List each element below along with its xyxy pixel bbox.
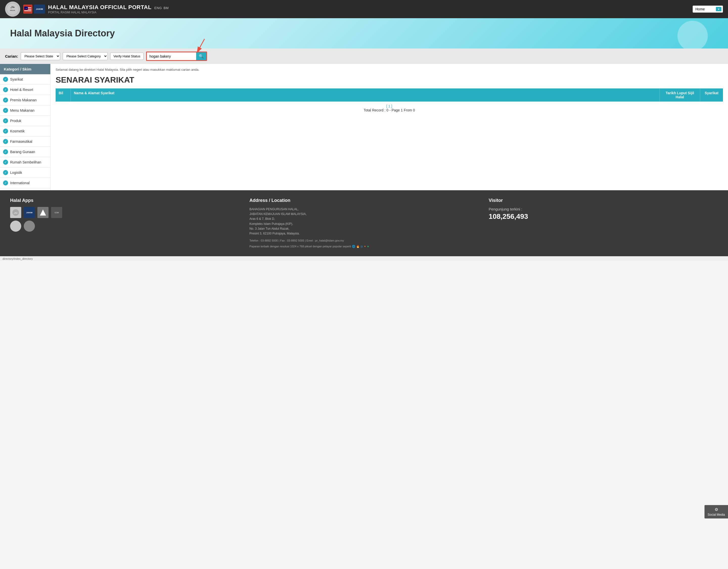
sidebar-item-rumah[interactable]: ✓ Rumah Sembelihan bbox=[0, 157, 50, 168]
company-list-title: SENARAI SYARIKAT bbox=[56, 75, 723, 85]
footer-address-lines: BAHAGIAN PENGURUSAN HALAL, JABATAN KEMAJ… bbox=[249, 207, 479, 236]
sidebar-label-produk: Produk bbox=[10, 119, 21, 123]
footer-apps-title: Halal Apps bbox=[10, 198, 239, 203]
pagination-link[interactable]: [ 1 ] bbox=[386, 104, 392, 108]
status-url: directory/index_directory bbox=[3, 257, 33, 260]
portal-title: HALAL MALAYSIA OFFICIAL PORTAL ENG BM bbox=[48, 4, 690, 11]
app-logo-1[interactable]: حلال bbox=[10, 207, 21, 218]
footer-app-logos-row2 bbox=[10, 221, 239, 232]
sidebar-item-premis[interactable]: ✓ Premis Makanan bbox=[0, 95, 50, 105]
main-logo: حلال HALAL bbox=[5, 2, 20, 17]
footer-contact: Telefon : 03-8892 5000 | Fax : 03-8892 5… bbox=[249, 239, 479, 243]
banner-decoration bbox=[677, 21, 708, 49]
svg-text:HALAL: HALAL bbox=[10, 10, 15, 11]
footer-app-logos: حلال JAKIM CCM bbox=[10, 207, 239, 218]
footer-address: Address / Location BAHAGIAN PENGURUSAN H… bbox=[249, 198, 479, 249]
check-icon-barang: ✓ bbox=[3, 149, 8, 154]
nav-home-select[interactable]: Home bbox=[693, 6, 723, 13]
content-area: Selamat datang ke direktori Halal Malays… bbox=[51, 64, 728, 190]
svg-text:★: ★ bbox=[26, 8, 27, 9]
pagination: [ 1 ] Total Record : 0 - Page 1 From 0 bbox=[56, 102, 723, 115]
sidebar-item-farmaseutikal[interactable]: ✓ Farmaseutikal bbox=[0, 137, 50, 147]
sidebar-item-produk[interactable]: ✓ Produk bbox=[0, 116, 50, 126]
app-logo-4[interactable]: CCM bbox=[51, 207, 62, 218]
partner-logos: ★ JAKIM bbox=[23, 5, 45, 14]
footer: Halal Apps حلال JAKIM CCM Address / Loca… bbox=[0, 190, 728, 256]
svg-point-0 bbox=[7, 3, 18, 15]
app-logo-3[interactable] bbox=[37, 207, 49, 218]
check-icon-farmaseutikal: ✓ bbox=[3, 139, 8, 144]
sidebar-label-rumah: Rumah Sembelihan bbox=[10, 160, 41, 164]
sidebar-item-kosmetik[interactable]: ✓ Kosmetik bbox=[0, 126, 50, 137]
logo-flag: ★ bbox=[23, 5, 32, 14]
logo-jakim: JAKIM bbox=[34, 5, 45, 14]
column-header-bil: Bil bbox=[56, 88, 71, 102]
footer-resolution: Paparan terbaik dengan resolusi 1024 x 7… bbox=[249, 244, 479, 249]
state-select[interactable]: Please Select State bbox=[21, 52, 60, 60]
banner: Halal Malaysia Directory bbox=[0, 18, 728, 49]
header-nav: Home ▼ bbox=[693, 6, 723, 13]
sidebar-label-syarikat: Syarikat bbox=[10, 77, 23, 81]
svg-rect-7 bbox=[24, 10, 31, 10]
verify-halal-button[interactable]: Verify Halal Status bbox=[110, 53, 144, 60]
search-annotation-wrapper: 🔍 bbox=[146, 52, 207, 61]
sidebar-item-menu[interactable]: ✓ Menu Makanan bbox=[0, 105, 50, 116]
sidebar-item-barang[interactable]: ✓ Barang Gunaan bbox=[0, 147, 50, 157]
column-header-tarikh: Tarikh Luput Sijil Halal bbox=[660, 88, 700, 102]
check-icon-international: ✓ bbox=[3, 181, 8, 186]
footer-address-title: Address / Location bbox=[249, 198, 479, 203]
app-logo-6[interactable] bbox=[24, 221, 35, 232]
search-button[interactable]: 🔍 bbox=[196, 52, 206, 60]
footer-visitor: Visitor Pengunjung terkini : 108,256,493 bbox=[489, 198, 718, 221]
header-title-block: HALAL MALAYSIA OFFICIAL PORTAL ENG BM PO… bbox=[48, 4, 690, 14]
total-record: Total Record : 0 - Page 1 From 0 bbox=[58, 108, 720, 112]
sidebar-label-barang: Barang Gunaan bbox=[10, 150, 35, 154]
check-icon-premis: ✓ bbox=[3, 98, 8, 103]
sidebar: Kategori / Skim ✓ Syarikat ✓ Hotel & Res… bbox=[0, 64, 51, 190]
lang-bm[interactable]: BM bbox=[164, 6, 169, 10]
main-content: Kategori / Skim ✓ Syarikat ✓ Hotel & Res… bbox=[0, 64, 728, 190]
sidebar-item-international[interactable]: ✓ International bbox=[0, 178, 50, 188]
check-icon-syarikat: ✓ bbox=[3, 77, 8, 82]
svg-rect-8 bbox=[24, 10, 31, 11]
sidebar-item-hotel[interactable]: ✓ Hotel & Resort bbox=[0, 85, 50, 95]
sidebar-label-international: International bbox=[10, 181, 30, 185]
table-header: Bil Nama & Alamat Syarikat Tarikh Luput … bbox=[56, 88, 723, 102]
search-input[interactable] bbox=[147, 53, 196, 60]
svg-marker-15 bbox=[40, 210, 46, 216]
app-logo-5[interactable] bbox=[10, 221, 21, 232]
footer-visitor-label: Pengunjung terkini : bbox=[489, 207, 718, 211]
check-icon-hotel: ✓ bbox=[3, 87, 8, 92]
svg-text:حلال: حلال bbox=[14, 212, 18, 214]
banner-title: Halal Malaysia Directory bbox=[10, 28, 115, 39]
sidebar-label-premis: Premis Makanan bbox=[10, 98, 37, 102]
sidebar-item-syarikat[interactable]: ✓ Syarikat bbox=[0, 74, 50, 85]
sidebar-label-kosmetik: Kosmetik bbox=[10, 129, 25, 133]
column-header-syarikat: Syarikat bbox=[700, 88, 723, 102]
footer-visitor-title: Visitor bbox=[489, 198, 718, 203]
footer-visitor-count: 108,256,493 bbox=[489, 213, 718, 221]
welcome-message: Selamat datang ke direktori Halal Malays… bbox=[56, 68, 723, 72]
sidebar-label-hotel: Hotel & Resort bbox=[10, 88, 33, 92]
category-select[interactable]: Please Select Category bbox=[63, 52, 108, 60]
sidebar-header: Kategori / Skim bbox=[0, 64, 50, 74]
check-icon-produk: ✓ bbox=[3, 118, 8, 123]
column-header-nama: Nama & Alamat Syarikat bbox=[71, 88, 660, 102]
check-icon-menu: ✓ bbox=[3, 108, 8, 113]
header: حلال HALAL ★ JAKIM HALAL MALAYSIA OFFICI… bbox=[0, 0, 728, 18]
search-input-highlighted: 🔍 bbox=[146, 52, 207, 61]
check-icon-logistik: ✓ bbox=[3, 170, 8, 175]
footer-halal-apps: Halal Apps حلال JAKIM CCM bbox=[10, 198, 239, 234]
check-icon-kosmetik: ✓ bbox=[3, 129, 8, 134]
app-logo-2[interactable]: JAKIM bbox=[24, 207, 35, 218]
svg-text:حلال: حلال bbox=[10, 6, 15, 8]
sidebar-label-logistik: Logistik bbox=[10, 171, 22, 175]
search-bar: Carian: Please Select State Please Selec… bbox=[0, 49, 728, 64]
portal-subtitle: PORTAL RASMI HALAL MALAYSIA bbox=[48, 11, 690, 14]
status-bar: directory/index_directory bbox=[0, 256, 728, 261]
check-icon-rumah: ✓ bbox=[3, 160, 8, 165]
sidebar-label-menu: Menu Makanan bbox=[10, 108, 35, 113]
sidebar-item-logistik[interactable]: ✓ Logistik bbox=[0, 168, 50, 178]
lang-toggle[interactable]: ENG bbox=[154, 6, 162, 10]
sidebar-label-farmaseutikal: Farmaseutikal bbox=[10, 140, 32, 144]
